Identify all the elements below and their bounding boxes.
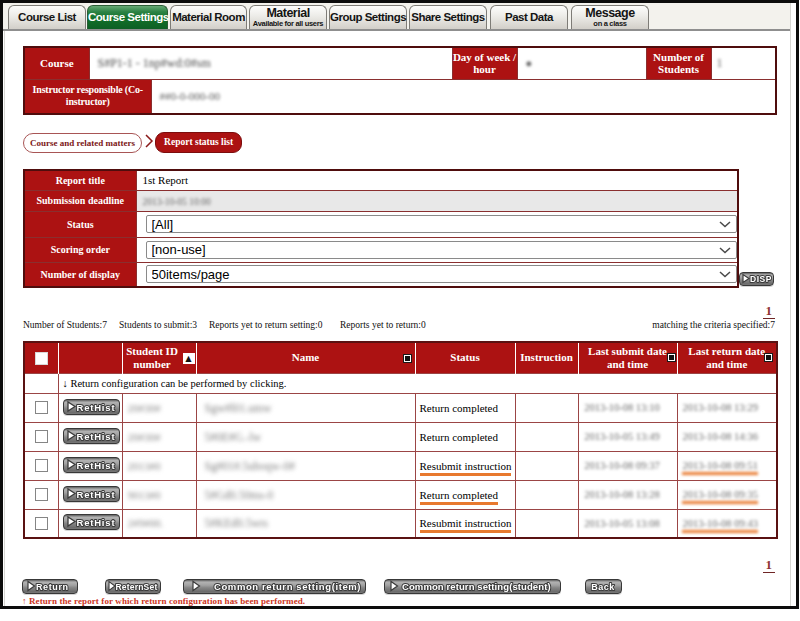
svg-text:RetHist: RetHist	[76, 430, 115, 441]
svg-text:Back: Back	[591, 582, 615, 592]
svg-text:Common return setting(item): Common return setting(item)	[214, 581, 361, 592]
svg-text:RetHist: RetHist	[76, 459, 115, 470]
svg-text:Common return setting(student): Common return setting(student)	[402, 581, 551, 592]
svg-text:RetHist: RetHist	[76, 401, 115, 412]
svg-text:Return: Return	[36, 582, 69, 592]
svg-text:DISP: DISP	[750, 274, 772, 284]
svg-text:RetHist: RetHist	[76, 488, 115, 499]
svg-text:RetHist: RetHist	[76, 517, 115, 528]
svg-text:ReternSet: ReternSet	[116, 582, 158, 592]
